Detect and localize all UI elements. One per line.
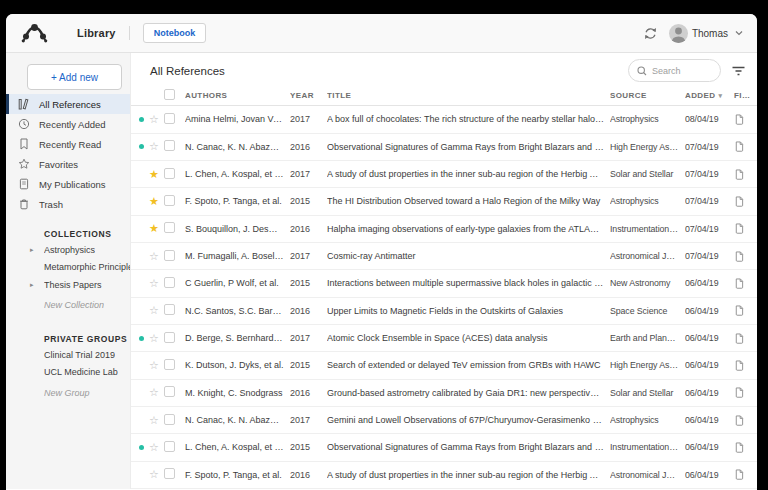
row-checkbox[interactable] [164,168,175,179]
star-toggle[interactable]: ☆ [149,114,164,125]
column-year[interactable]: YEAR [290,91,327,100]
table-row[interactable]: ☆ L. Chen, A. Kospal, et al. 2015 Observ… [131,434,757,461]
sidebar-item-trash[interactable]: Trash [6,194,130,214]
row-checkbox[interactable] [164,250,175,261]
star-toggle[interactable]: ☆ [149,278,164,289]
star-toggle[interactable]: ★ [149,196,164,207]
row-source: Astronomical Jour… [610,470,685,480]
row-source: High Energy Astro… [610,360,685,370]
table-row[interactable]: ☆ Amina Helmi, Jovan Veljan 2017 A box f… [131,106,757,133]
star-toggle[interactable]: ★ [149,169,164,180]
collection-item[interactable]: ▸ Thesis Papers [6,276,130,294]
file-attachment-icon[interactable] [734,223,757,234]
column-title[interactable]: TITLE [327,91,610,100]
expand-arrow-icon[interactable]: ▸ [30,246,44,254]
file-attachment-icon[interactable] [734,333,757,344]
table-row[interactable]: ☆ K. Dutson, J. Dyks, et al. 2015 Search… [131,352,757,379]
notebook-button[interactable]: Notebook [143,23,207,43]
file-attachment-icon[interactable] [734,442,757,453]
file-attachment-icon[interactable] [734,387,757,398]
star-toggle[interactable]: ★ [149,223,164,234]
file-attachment-icon[interactable] [734,360,757,371]
file-attachment-icon[interactable] [734,141,757,152]
file-attachment-icon[interactable] [734,196,757,207]
column-authors[interactable]: AUTHORS [185,91,290,100]
sidebar-item-favorites[interactable]: Favorites [6,154,130,174]
row-checkbox[interactable] [164,441,175,452]
star-toggle[interactable]: ☆ [149,333,164,344]
star-toggle[interactable]: ☆ [149,415,164,426]
row-checkbox[interactable] [164,468,175,479]
star-toggle[interactable]: ☆ [149,469,164,480]
group-label: UCL Medicine Lab [44,367,118,377]
file-attachment-icon[interactable] [734,169,757,180]
table-row[interactable]: ☆ M. Knight, C. Snodgrass 2016 Ground-ba… [131,380,757,407]
collection-item[interactable]: ▸ Astrophysics [6,241,130,259]
table-row[interactable]: ☆ N. Canac, K. N. Abazajian 2017 Gemini … [131,407,757,434]
row-authors: N. Canac, K. N. Abazajian [185,142,290,152]
row-added: 06/04/19 [685,306,734,316]
file-attachment-icon[interactable] [734,415,757,426]
select-all-checkbox[interactable] [164,89,175,100]
row-authors: Amina Helmi, Jovan Veljan [185,114,290,124]
add-new-button[interactable]: + Add new [27,64,122,90]
collection-label: Astrophysics [44,245,95,255]
row-checkbox[interactable] [164,195,175,206]
row-added: 08/04/19 [685,114,734,124]
new-collection-link[interactable]: New Collection [6,297,130,315]
star-toggle[interactable]: ☆ [149,251,164,262]
row-checkbox[interactable] [164,386,175,397]
row-checkbox[interactable] [164,414,175,425]
column-file[interactable]: FILE [734,91,757,100]
table-row[interactable]: ☆ N.C. Santos, S.C. Barros, 2016 Upper L… [131,298,757,325]
row-checkbox[interactable] [164,304,175,315]
filter-icon [732,66,745,76]
table-row[interactable]: ☆ N. Canac, K. N. Abazajian 2016 Observa… [131,134,757,161]
file-attachment-icon[interactable] [734,278,757,289]
filter-button[interactable] [732,66,745,76]
group-item[interactable]: UCL Medicine Lab [6,364,130,382]
unread-dot [139,144,144,149]
star-toggle[interactable]: ☆ [149,360,164,371]
group-item[interactable]: Clinical Trial 2019 [6,346,130,364]
sidebar-item-label: Recently Read [39,139,101,150]
star-toggle[interactable]: ☆ [149,442,164,453]
sidebar-item-my-publications[interactable]: My Publications [6,174,130,194]
row-checkbox[interactable] [164,359,175,370]
table-row[interactable]: ★ F. Spoto, P. Tanga, et al. 2015 The HI… [131,188,757,215]
library-tab[interactable]: Library [77,27,116,39]
file-attachment-icon[interactable] [734,114,757,125]
table-row[interactable]: ☆ C Guerlin, P Wolf, et al. 2015 Interac… [131,270,757,297]
sidebar-item-recently-added[interactable]: Recently Added [6,114,130,134]
star-toggle[interactable]: ☆ [149,387,164,398]
row-checkbox[interactable] [164,113,175,124]
table-row[interactable]: ★ S. Bouquillon, J. Desmars, 2016 Halpha… [131,216,757,243]
sidebar-item-recently-read[interactable]: Recently Read [6,134,130,154]
row-year: 2017 [290,169,327,179]
table-row[interactable]: ☆ F. Spoto, P. Tanga, et al. 2016 A stud… [131,462,757,489]
column-source[interactable]: SOURCE [610,91,685,100]
file-attachment-icon[interactable] [734,305,757,316]
row-checkbox[interactable] [164,222,175,233]
row-checkbox[interactable] [164,140,175,151]
file-attachment-icon[interactable] [734,469,757,480]
star-toggle[interactable]: ☆ [149,141,164,152]
star-toggle[interactable]: ☆ [149,305,164,316]
sync-button[interactable] [643,26,658,41]
unread-dot [139,445,144,450]
row-checkbox[interactable] [164,332,175,343]
table-row[interactable]: ☆ D. Berge, S. Bernhard, et al. 2017 Ato… [131,325,757,352]
table-row[interactable]: ★ L. Chen, A. Kospal, et al. 2017 A stud… [131,161,757,188]
collection-item[interactable]: ▸ Metamorphic Principles [6,259,130,277]
search-input[interactable] [652,66,712,76]
private-groups-title: PRIVATE GROUPS [6,334,130,346]
user-menu[interactable]: Thomas [669,24,743,43]
new-group-link[interactable]: New Group [6,384,130,402]
search-box[interactable] [628,59,721,82]
table-row[interactable]: ☆ M. Fumagalli, A. Boselli et al. 2017 C… [131,243,757,270]
file-attachment-icon[interactable] [734,251,757,262]
row-checkbox[interactable] [164,277,175,288]
sidebar-item-all-references[interactable]: All References [6,94,130,114]
expand-arrow-icon[interactable]: ▸ [30,281,44,289]
column-added[interactable]: ADDED▾ [685,91,734,100]
